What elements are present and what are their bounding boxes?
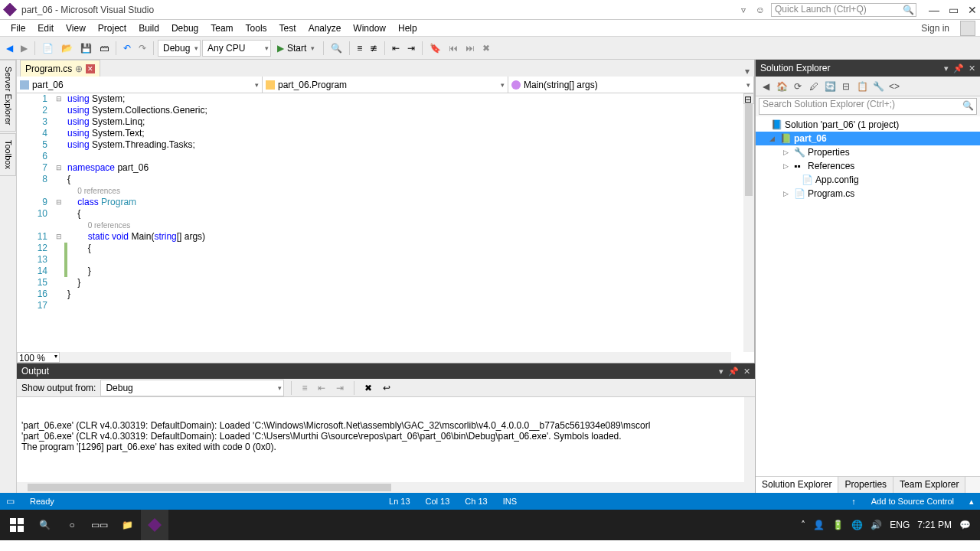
sol-pending-icon[interactable]: 🖊 [807,80,821,93]
expand-icon[interactable]: ▷ [783,148,791,156]
toolbox-tab[interactable]: Toolbox [0,133,16,176]
start-button[interactable]: ▶Start▾ [273,40,319,57]
save-button[interactable]: 💾 [77,40,95,57]
solution-explorer-header[interactable]: Solution Explorer ▾ 📌 ✕ [756,60,980,77]
nav-class-dropdown[interactable]: part_06.Program [263,77,508,93]
save-all-button[interactable]: 🗃 [96,40,112,57]
tree-properties[interactable]: ▷ 🔧 Properties [756,145,980,159]
output-body[interactable]: 'part_06.exe' (CLR v4.0.30319: DefaultDo… [17,397,755,493]
tray-battery-icon[interactable]: 🔋 [832,520,844,530]
minimize-button[interactable]: — [929,4,939,16]
nav-fwd-button[interactable]: ▶ [18,40,31,57]
sol-sync-icon[interactable]: ⟳ [791,80,805,93]
fold-gutter[interactable]: ⊟⊟⊟⊟ [54,93,64,352]
undo-button[interactable]: ↶ [120,40,134,57]
editor-split-icon[interactable]: ⊟ [743,93,754,104]
menu-help[interactable]: Help [392,21,423,35]
tray-volume-icon[interactable]: 🔊 [871,520,882,530]
doc-tab-program[interactable]: Program.cs ⊕ ✕ [20,60,100,77]
pin-icon[interactable]: ⊕ [75,64,83,74]
output-pin-icon[interactable]: 📌 [728,367,739,377]
tab-properties[interactable]: Properties [838,477,893,493]
maximize-button[interactable]: ▭ [949,4,959,16]
tree-appconfig[interactable]: 📄 App.config [756,173,980,187]
expand-icon[interactable]: ◢ [769,135,777,142]
status-scc[interactable]: Add to Source Control [871,497,954,506]
quick-launch-input[interactable]: Quick Launch (Ctrl+Q) 🔍 [771,3,916,17]
browse-button[interactable]: 🔍 [328,40,345,57]
bookmark-button[interactable]: 🔖 [426,40,444,57]
next-bookmark-button[interactable]: ⏭ [462,40,478,57]
start-menu-button[interactable] [3,510,31,540]
menu-project[interactable]: Project [92,21,132,35]
publish-icon[interactable]: ↑ [851,497,856,506]
tray-network-icon[interactable]: 🌐 [851,520,863,530]
output-dropdown-icon[interactable]: ▾ [719,367,724,377]
nav-project-dropdown[interactable]: part_06 [17,77,263,93]
menu-window[interactable]: Window [347,21,392,35]
tab-solution-explorer[interactable]: Solution Explorer [756,477,838,493]
redo-button[interactable]: ↷ [136,40,149,57]
tree-references[interactable]: ▷ ▪▪ References [756,159,980,173]
output-prev-button[interactable]: ⇤ [315,380,328,396]
expand-icon[interactable]: ▷ [783,190,791,197]
tray-notifications-icon[interactable]: 💬 [959,520,971,530]
sol-preview-icon[interactable]: <> [887,80,901,93]
prev-bookmark-button[interactable]: ⏮ [446,40,461,57]
open-file-button[interactable]: 📂 [58,40,76,57]
menu-file[interactable]: File [5,21,31,35]
menu-build[interactable]: Build [132,21,165,35]
file-explorer-button[interactable]: 📁 [113,510,141,540]
nav-back-button[interactable]: ◀ [3,40,16,57]
solution-search-input[interactable]: Search Solution Explorer (Ctrl+;) 🔍 [759,98,977,115]
close-button[interactable]: ✕ [968,4,977,16]
tree-project[interactable]: ◢ 📗 part_06 [756,132,980,145]
output-next-button[interactable]: ⇥ [333,380,347,396]
indent-less-button[interactable]: ⇤ [389,40,403,57]
tree-solution[interactable]: 📘 Solution 'part_06' (1 project) [756,118,980,132]
new-project-button[interactable]: 📄 [39,40,57,57]
sol-back-icon[interactable]: ◀ [759,80,773,93]
avatar-icon[interactable] [960,21,975,36]
tray-up-icon[interactable]: ˄ [801,520,805,530]
sol-collapse-icon[interactable]: ⊟ [839,80,853,93]
editor-vscroll[interactable] [743,104,754,352]
menu-view[interactable]: View [60,21,92,35]
tray-time[interactable]: 7:21 PM [917,520,952,530]
menu-analyze[interactable]: Analyze [302,21,348,35]
tray-lang[interactable]: ENG [890,520,910,530]
sol-home-icon[interactable]: 🏠 [775,80,789,93]
output-vscroll[interactable] [744,397,755,493]
config-dropdown[interactable]: Debug [158,40,201,57]
sol-close-icon[interactable]: ✕ [969,64,975,73]
scc-dropdown-icon[interactable]: ▴ [969,497,974,507]
cortana-button[interactable]: ○ [58,510,86,540]
output-find-button[interactable]: ≡ [299,380,310,396]
output-wrap-button[interactable]: ↩ [380,380,394,396]
indent-more-button[interactable]: ⇥ [404,40,418,57]
clear-bookmarks-button[interactable]: ✖ [479,40,493,57]
signin-link[interactable]: Sign in [915,21,956,35]
sol-dropdown-icon[interactable]: ▾ [944,64,949,73]
tab-overflow-icon[interactable]: ▾ [740,66,754,77]
output-source-dropdown[interactable]: Debug [100,380,284,396]
system-tray[interactable]: ˄ 👤 🔋 🌐 🔊 ENG 7:21 PM 💬 [801,520,977,530]
menu-tools[interactable]: Tools [240,21,273,35]
platform-dropdown[interactable]: Any CPU [202,40,271,57]
sol-properties-icon[interactable]: 🔧 [871,80,885,93]
code-editor[interactable]: 1234567891011121314151617 ⊟⊟⊟⊟ using Sys… [17,93,754,352]
menu-team[interactable]: Team [204,21,239,35]
sol-refresh-icon[interactable]: 🔄 [823,80,837,93]
editor-hscroll[interactable]: 100 % [17,352,731,363]
nav-member-dropdown[interactable]: Main(string[] args) [508,77,754,93]
output-close-icon[interactable]: ✕ [743,367,750,377]
tab-team-explorer[interactable]: Team Explorer [893,477,965,493]
task-view-button[interactable]: ▭▭ [86,510,113,540]
sol-show-all-icon[interactable]: 📋 [855,80,869,93]
notifications-icon[interactable]: ▿ [737,4,750,16]
menu-debug[interactable]: Debug [165,21,204,35]
zoom-dropdown[interactable]: 100 % [17,352,60,363]
sol-pin-icon[interactable]: 📌 [953,64,964,73]
search-button[interactable]: 🔍 [31,510,58,540]
server-explorer-tab[interactable]: Server Explorer [0,60,16,132]
